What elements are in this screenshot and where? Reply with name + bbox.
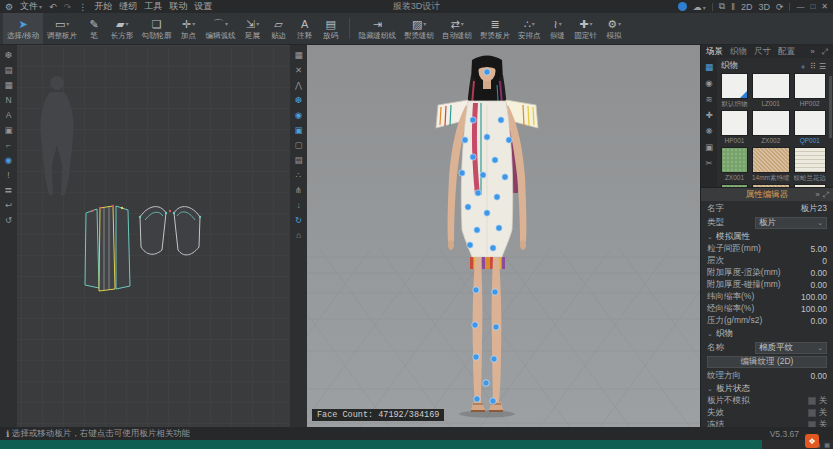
pattern-tool-icon[interactable]: ! — [2, 169, 15, 181]
toolbar-tool[interactable]: ▾ — [349, 18, 350, 39]
toolbar-tool[interactable]: ▨▾ 熨烫缝纫 — [400, 13, 438, 44]
viewport-tool-icon[interactable]: ⌂ — [292, 229, 305, 241]
viewport-3d[interactable]: ▦ ✕ ⋀ ❆ ◉ ▣ ▢ ▤ ∴ ⋔ ↓ ↻ ⌂ Face Count: 47… — [290, 45, 700, 427]
fabric-item[interactable]: LZ001 — [752, 73, 790, 108]
viewport-3d-canvas[interactable] — [290, 45, 700, 427]
viewport-tool-icon[interactable]: ↻ — [292, 214, 305, 226]
type-select[interactable]: 板片 ⌄ — [755, 217, 827, 229]
property-value[interactable]: 0.00 — [810, 280, 827, 290]
redo-icon[interactable]: ↷ — [64, 2, 72, 12]
toolbar-tool[interactable]: ✎▾ 笔 — [81, 13, 107, 44]
toolbar-tool[interactable]: ▭▾ 调整板片 — [43, 13, 81, 44]
window-control-button[interactable]: □ — [810, 2, 815, 11]
pattern-tool-icon[interactable]: ❆ — [2, 49, 15, 61]
viewport-tool-icon[interactable]: ⋔ — [292, 184, 305, 196]
menu-item[interactable]: 开始 — [94, 0, 112, 13]
toolbar-tool[interactable]: ≀▾ 假缝 — [545, 13, 571, 44]
library-category-icon[interactable]: ✚ — [703, 109, 716, 121]
viewport-tool-icon[interactable]: ⋀ — [292, 79, 305, 91]
section-fabric[interactable]: ⌄ 织物 — [707, 327, 827, 340]
edit-texture-button[interactable]: 编辑纹理 (2D) — [707, 356, 827, 368]
fabric-item[interactable]: 默认织物 — [721, 73, 748, 108]
pattern-tool-icon[interactable]: ↺ — [2, 214, 15, 226]
toolbar-tool[interactable]: ❏▾ 勾勒轮廓 — [138, 13, 176, 44]
pattern-2d-canvas[interactable] — [0, 45, 290, 427]
pattern-tool-icon[interactable]: ▣ — [2, 124, 15, 136]
menu-item[interactable]: 缝纫 — [119, 0, 137, 13]
right-panel-tab[interactable]: 织物 — [730, 46, 747, 58]
library-category-icon[interactable]: ✂ — [703, 157, 716, 169]
view-toggle-icon[interactable]: ‖ — [731, 2, 735, 12]
toolbar-tool[interactable]: ➤▾ 选择/移动 — [3, 13, 43, 44]
right-panel-tab[interactable]: 尺寸 — [754, 46, 771, 58]
library-category-icon[interactable]: ▦ — [703, 61, 716, 73]
fabric-thumbnail[interactable] — [794, 147, 827, 173]
toolbar-tool[interactable]: ⇲▾ 延展 — [240, 13, 266, 44]
view-toggle-icon[interactable]: 3D — [758, 2, 770, 12]
library-category-icon[interactable]: ≋ — [703, 93, 716, 105]
library-scrollbar[interactable] — [829, 76, 832, 138]
expand-icon[interactable]: ⤢ — [823, 190, 829, 200]
fabric-select[interactable]: 棉质平纹 ⌄ — [755, 342, 827, 354]
property-value[interactable]: 0.00 — [810, 316, 827, 326]
view-toggle-icon[interactable]: 2D — [741, 2, 753, 12]
fabric-thumbnail[interactable] — [721, 147, 748, 173]
grid-view-icon[interactable]: ⠿ — [810, 62, 816, 71]
view-toggle-icon[interactable]: ⟳ — [776, 2, 784, 12]
right-panel-tab[interactable]: 场景 — [706, 46, 723, 58]
viewport-tool-icon[interactable]: ▢ — [292, 139, 305, 151]
library-category-icon[interactable]: ◉ — [703, 77, 716, 89]
toolbar-tool[interactable]: ▱▾ 贴边 — [266, 13, 292, 44]
toolbar-tool[interactable]: ⌒▾ 编辑弧线 — [202, 13, 240, 44]
menu-file[interactable]: 文件▾ — [20, 0, 42, 13]
user-avatar[interactable] — [678, 2, 687, 11]
tray-icon[interactable]: ▦ — [824, 441, 830, 448]
more-menu-icon[interactable]: ⋮ — [78, 2, 87, 12]
viewport-tool-icon[interactable]: ▣ — [292, 124, 305, 136]
pattern-tool-icon[interactable]: A — [2, 109, 15, 121]
add-fabric-icon[interactable]: ＋ — [799, 61, 807, 72]
right-panel-tab[interactable]: 配置 — [778, 46, 795, 58]
toolbar-tool[interactable]: ✛▾ 加点 — [176, 13, 202, 44]
property-value[interactable]: 0 — [822, 256, 827, 266]
window-control-button[interactable]: ✕ — [821, 2, 828, 11]
fabric-thumbnail[interactable] — [752, 110, 790, 136]
library-category-icon[interactable]: ▣ — [703, 141, 716, 153]
fabric-thumbnail[interactable] — [752, 73, 790, 99]
fabric-item[interactable]: HP001 — [721, 110, 748, 145]
menu-item[interactable]: 设置 — [194, 0, 212, 13]
menu-item[interactable]: 工具 — [144, 0, 162, 13]
property-value[interactable]: 0.00 — [810, 268, 827, 278]
pattern-2d-panel[interactable]: ❆ ▤ ▦ N A ▣ ⌐ ◉ ! 〓 ↩ ↺ — [0, 45, 290, 427]
fabric-thumbnail[interactable] — [794, 73, 827, 99]
fabric-thumbnail[interactable] — [794, 110, 827, 136]
expand-icon[interactable]: ⤢ — [822, 47, 828, 57]
toolbar-tool[interactable]: ∴▾ 安排点 — [514, 13, 545, 44]
viewport-tool-icon[interactable]: ↓ — [292, 199, 305, 211]
section-simulation[interactable]: ⌄ 模拟属性 — [707, 230, 827, 243]
menu-item[interactable]: 联动 — [169, 0, 187, 13]
viewport-tool-icon[interactable]: ◉ — [292, 109, 305, 121]
toolbar-tool[interactable]: ⇄▾ 自动缝纫 — [438, 13, 476, 44]
library-category-icon[interactable]: ❋ — [703, 125, 716, 137]
property-value[interactable]: 5.00 — [810, 244, 827, 254]
pattern-tool-icon[interactable]: ▦ — [2, 79, 15, 91]
window-control-button[interactable]: — — [796, 2, 804, 11]
view-toggle-icon[interactable]: ⧉ — [719, 1, 725, 12]
list-view-icon[interactable]: ☰ — [819, 62, 826, 71]
pattern-tool-icon[interactable]: 〓 — [2, 184, 15, 196]
viewport-tool-icon[interactable]: ✕ — [292, 64, 305, 76]
toolbar-tool[interactable]: A▾ 注释 — [292, 13, 318, 44]
pattern-tool-icon[interactable]: ⌐ — [2, 139, 15, 151]
pattern-piece-bodice[interactable] — [85, 205, 130, 291]
fabric-thumbnail[interactable] — [721, 110, 748, 136]
fabric-item[interactable]: 14mm素绉缎 — [752, 147, 790, 182]
floating-app-icon[interactable]: ❖ — [805, 434, 819, 448]
fabric-item[interactable]: ZX002 — [752, 110, 790, 145]
toggle-checkbox[interactable] — [808, 397, 816, 405]
pattern-tool-icon[interactable]: ◉ — [2, 154, 15, 166]
avatar-3d[interactable] — [436, 56, 538, 418]
viewport-tool-icon[interactable]: ▦ — [292, 49, 305, 61]
fabric-item[interactable]: QP001 — [794, 110, 827, 145]
toolbar-tool[interactable]: ▰▾ 长方形 — [107, 13, 138, 44]
